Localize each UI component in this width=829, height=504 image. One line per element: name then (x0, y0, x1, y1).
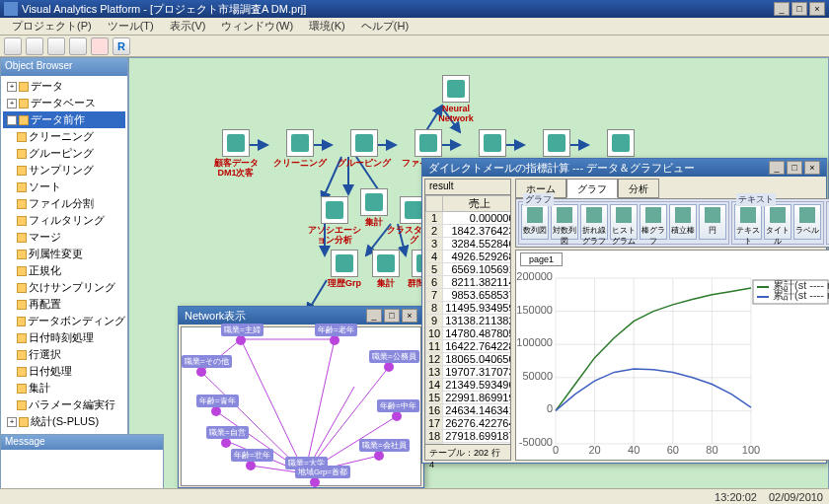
maximize-button[interactable]: □ (791, 2, 807, 16)
tab-analysis[interactable]: 分析 (618, 179, 659, 198)
tree-item[interactable]: -データ前作 (3, 111, 125, 128)
data-max[interactable]: □ (787, 161, 802, 175)
tool-r[interactable]: R (113, 37, 130, 55)
menu-env[interactable]: 環境(K) (301, 17, 353, 36)
table-row[interactable]: 56569.105691 (426, 263, 511, 276)
result-panel: result 売上 10.00000021842.37642333284.552… (424, 179, 511, 461)
table-row[interactable]: 44926.529268 (426, 251, 511, 263)
flow-node[interactable]: 顧客データ DM1次客 (208, 129, 264, 178)
net-node[interactable] (196, 367, 206, 377)
ribbon-button[interactable]: 数列図 (521, 204, 549, 240)
tree-item[interactable]: ソート (3, 179, 125, 195)
chart-area[interactable]: page1 -500000500001000001500002000000204… (515, 250, 829, 461)
net-close[interactable]: × (402, 309, 417, 323)
data-titlebar[interactable]: ダイレクトメールの指標計算 --- データ＆グラフビュー _ □ × (422, 159, 826, 177)
tool-stop[interactable] (91, 37, 109, 55)
table-row[interactable]: 1218065.040650 (426, 353, 511, 366)
result-table[interactable]: 売上 10.00000021842.37642333284.5528464492… (425, 195, 510, 444)
tree-item[interactable]: パラメータ編実行 (3, 396, 125, 413)
table-row[interactable]: 1116422.764228 (426, 340, 511, 353)
flow-node[interactable]: Neural Network (428, 75, 484, 123)
table-row[interactable]: 811495.934959 (426, 302, 511, 315)
tree-item[interactable]: グルーピング (3, 145, 125, 162)
table-row[interactable]: 1522991.869919 (426, 392, 511, 404)
close-button[interactable]: × (809, 2, 825, 16)
table-row[interactable]: 1726276.422764 (426, 417, 511, 430)
ribbon-button[interactable]: タイトル (764, 204, 791, 240)
tree-item[interactable]: 日付時刻処理 (3, 329, 125, 346)
tree-item[interactable]: フィルタリング (3, 212, 125, 229)
tree-item[interactable]: サンプリング (3, 162, 125, 179)
ribbon-button[interactable]: ラベル (793, 204, 821, 240)
tree[interactable]: +データ+データベース-データ前作クリーニンググルーピングサンプリングソートファ… (1, 76, 127, 490)
result-tab[interactable]: result (425, 180, 510, 195)
tool-2[interactable] (26, 37, 43, 55)
ribbon-button[interactable]: 棒グラフ (640, 204, 667, 240)
net-node[interactable] (246, 461, 256, 470)
table-row[interactable]: 79853.658537 (426, 289, 511, 302)
ribbon-button[interactable]: 対数列図 (551, 204, 578, 240)
ribbon-button[interactable]: ヒストグラム (610, 204, 638, 240)
ribbon-button[interactable]: 折れ線グラフ (580, 204, 608, 240)
menu-tool[interactable]: ツール(T) (100, 17, 162, 36)
menu-help[interactable]: ヘルプ(H) (353, 17, 416, 36)
table-row[interactable]: 33284.552846 (426, 238, 511, 251)
data-window[interactable]: ダイレクトメールの指標計算 --- データ＆グラフビュー _ □ × resul… (421, 158, 827, 464)
tree-item[interactable]: 行選択 (3, 346, 125, 363)
network-window[interactable]: Network表示 _ □ × 職業=主婦年齢=老年職業=その他職業=公務員年齢… (178, 306, 424, 488)
tree-item[interactable]: 再配置 (3, 296, 125, 313)
net-node[interactable] (310, 477, 320, 487)
node-label: 顧客データ DM1次客 (208, 158, 264, 178)
table-row[interactable]: 10.000000 (426, 212, 511, 225)
col-header[interactable]: 売上 (443, 196, 510, 212)
net-node[interactable] (330, 335, 339, 345)
net-node[interactable] (221, 438, 231, 448)
table-row[interactable]: 913138.211382 (426, 315, 511, 327)
tree-item[interactable]: データボンディング (3, 313, 125, 329)
network-titlebar[interactable]: Network表示 _ □ × (179, 307, 423, 324)
tree-item[interactable]: +データベース (3, 95, 125, 111)
tree-item[interactable]: 正規化 (3, 262, 125, 279)
net-node[interactable] (392, 411, 402, 421)
table-row[interactable]: 1421349.593496 (426, 379, 511, 392)
tree-item[interactable]: 集計 (3, 380, 125, 396)
tree-item[interactable]: クリーニング (3, 128, 125, 145)
tree-item[interactable]: マージ (3, 229, 125, 246)
ribbon-button[interactable]: テキスト (734, 204, 762, 240)
flow-node[interactable]: グルーピング (337, 129, 392, 168)
tree-item[interactable]: 欠けサンプリング (3, 279, 125, 296)
table-row[interactable]: 1624634.146341 (426, 404, 511, 417)
data-close[interactable]: × (804, 161, 820, 175)
tree-item[interactable]: 日付処理 (3, 363, 125, 380)
tool-3[interactable] (47, 37, 65, 55)
minimize-button[interactable]: _ (774, 2, 790, 16)
network-canvas[interactable]: 職業=主婦年齢=老年職業=その他職業=公務員年齢=青年年齢=中年職業=自営職業=… (181, 326, 421, 486)
flow-node[interactable]: クリーニング (272, 129, 328, 168)
tool-1[interactable] (4, 37, 22, 55)
net-max[interactable]: □ (384, 309, 400, 323)
net-node[interactable] (374, 451, 384, 461)
net-node[interactable] (236, 335, 246, 345)
tool-4[interactable] (69, 37, 87, 55)
table-row[interactable]: 21842.376423 (426, 225, 511, 238)
menu-view[interactable]: 表示(V) (162, 17, 214, 36)
tree-item[interactable]: 列属性変更 (3, 246, 125, 262)
table-row[interactable]: 68211.382114 (426, 276, 511, 289)
tree-item[interactable]: +統計(S-PLUS) (3, 413, 125, 430)
menu-project[interactable]: プロジェクト(P) (4, 17, 100, 36)
tab-graph[interactable]: グラフ (566, 179, 618, 198)
table-row[interactable]: 1014780.487805 (426, 327, 511, 340)
data-min[interactable]: _ (769, 161, 785, 175)
net-min[interactable]: _ (366, 309, 382, 323)
tree-item[interactable]: +データ (3, 78, 125, 95)
svg-text:150000: 150000 (516, 304, 553, 316)
chart-page-tab[interactable]: page1 (520, 252, 563, 266)
net-node[interactable] (384, 362, 394, 372)
net-node[interactable] (211, 406, 221, 416)
tree-item[interactable]: ファイル分割 (3, 195, 125, 212)
ribbon-button[interactable]: 積立棒 (669, 204, 697, 240)
ribbon-button[interactable]: 円 (699, 204, 726, 240)
table-row[interactable]: 1827918.699187 (426, 430, 511, 443)
table-row[interactable]: 1319707.317073 (426, 366, 511, 379)
menu-window[interactable]: ウィンドウ(W) (213, 17, 301, 36)
